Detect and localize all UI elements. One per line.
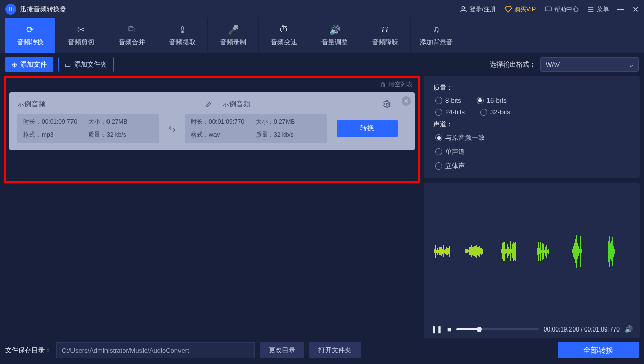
trash-icon: 🗑 [380, 81, 386, 88]
refresh-icon: ⟳ [26, 24, 34, 35]
volume-button[interactable]: 🔊 [625, 325, 633, 333]
radio-channel-same[interactable]: 与原音频一致 [435, 133, 631, 142]
add-folder-button[interactable]: ▭ 添加文件夹 [58, 57, 114, 72]
plus-circle-icon: ⊕ [12, 61, 17, 69]
tab-audio-convert[interactable]: ⟳ 音频转换 [5, 18, 56, 53]
buy-vip-link[interactable]: 购买VIP [504, 5, 536, 14]
radio-8bits[interactable]: 8-bits [435, 96, 461, 104]
menu-label: 菜单 [597, 5, 609, 14]
tab-label: 音频合并 [119, 38, 145, 47]
swap-icon: ⇆ [159, 124, 185, 134]
dest-info: 时长：00:01:09:770 大小：0.27MB 格式：wav 质量：32 k… [185, 114, 327, 143]
tab-label: 音频剪切 [68, 38, 94, 47]
help-label: 帮助中心 [554, 5, 579, 14]
close-icon: ✕ [404, 97, 409, 105]
merge-icon: ⧉ [128, 24, 135, 35]
login-link[interactable]: 登录/注册 [459, 5, 495, 14]
chat-icon [544, 5, 552, 13]
tab-audio-extract[interactable]: ⇪ 音频提取 [157, 18, 208, 53]
stop-button[interactable]: ■ [447, 325, 451, 333]
tab-audio-merge[interactable]: ⧉ 音频合并 [106, 18, 157, 53]
pause-button[interactable]: ❚❚ [431, 325, 442, 333]
toolbar-tabs: ⟳ 音频转换 ✂ 音频剪切 ⧉ 音频合并 ⇪ 音频提取 🎤 音频录制 ⏱ 音频变… [0, 18, 644, 53]
tab-label: 音频提取 [169, 38, 196, 47]
user-icon [459, 5, 468, 13]
menu-icon [587, 5, 595, 13]
menu-button[interactable]: 菜单 [587, 5, 609, 14]
file-list-panel: 🗑 清空列表 ✕ 示例音频 示例音频 [4, 76, 420, 183]
diamond-icon [504, 5, 512, 13]
tab-volume[interactable]: 🔊 音量调整 [309, 18, 360, 53]
tab-label: 音频转换 [17, 38, 44, 47]
clear-list-label: 清空列表 [388, 80, 413, 89]
tab-label: 添加背景音 [420, 38, 453, 47]
tab-noise-reduce[interactable]: ៖៖ 音频降噪 [360, 18, 411, 53]
dest-title: 示例音频 [222, 100, 251, 109]
radio-32bits[interactable]: 32-bits [480, 108, 510, 116]
volume-icon: 🔊 [329, 24, 340, 35]
close-window-button[interactable]: ✕ [632, 5, 639, 14]
folder-icon: ▭ [65, 61, 71, 69]
playback-time: 00:00:19.200 / 00:01:09:770 [544, 326, 620, 333]
minimize-button[interactable] [617, 9, 624, 10]
convert-label: 转换 [360, 124, 374, 133]
quality-label: 质量： [433, 83, 631, 92]
radio-channel-stereo[interactable]: 立体声 [435, 161, 631, 171]
gauge-icon: ⏱ [279, 24, 289, 35]
progress-bar[interactable] [456, 328, 539, 330]
close-icon: ✕ [632, 5, 639, 14]
edit-icon[interactable] [205, 100, 213, 108]
source-info: 时长：00:01:09:770 大小：0.27MB 格式：mp3 质量：32 k… [17, 114, 159, 143]
svg-rect-1 [545, 7, 551, 11]
action-bar: ⊕ 添加文件 ▭ 添加文件夹 选择输出格式： WAV ⌵ [0, 53, 644, 76]
app-logo: ıllı [5, 4, 16, 15]
convert-item-button[interactable]: 转换 [337, 120, 398, 137]
file-item-card: ✕ 示例音频 示例音频 时长：00:01:09:770 大 [9, 92, 415, 150]
radio-16bits[interactable]: 16-bits [477, 96, 507, 104]
source-title: 示例音频 [17, 100, 46, 109]
waveform-preview: ❚❚ ■ 00:00:19.200 / 00:01:09:770 🔊 [424, 183, 640, 338]
convert-all-button[interactable]: 全部转换 [558, 342, 639, 358]
playback-controls: ❚❚ ■ 00:00:19.200 / 00:01:09:770 🔊 [424, 320, 640, 338]
progress-fill [456, 328, 479, 330]
mic-icon: 🎤 [228, 24, 239, 35]
open-folder-button[interactable]: 打开文件夹 [309, 342, 361, 358]
svg-point-0 [462, 7, 465, 9]
format-value: WAV [546, 61, 560, 69]
tab-background-music[interactable]: ♫ 添加背景音 [411, 18, 461, 53]
login-label: 登录/注册 [470, 5, 495, 14]
titlebar: ıllı 迅捷音频转换器 登录/注册 购买VIP 帮助中心 菜单 [0, 0, 644, 18]
radio-channel-mono[interactable]: 单声道 [435, 147, 631, 156]
settings-icon[interactable] [383, 100, 391, 108]
add-file-label: 添加文件 [20, 60, 47, 69]
progress-thumb[interactable] [477, 327, 482, 332]
app-title: 迅捷音频转换器 [20, 5, 66, 14]
scissors-icon: ✂ [77, 24, 85, 35]
music-icon: ♫ [433, 24, 440, 35]
chevron-down-icon: ⌵ [629, 61, 633, 69]
minus-icon [617, 9, 624, 10]
tab-label: 音量调整 [321, 38, 348, 47]
remove-item-button[interactable]: ✕ [402, 96, 411, 106]
equalizer-icon: ៖៖ [381, 24, 389, 35]
change-dir-button[interactable]: 更改目录 [260, 342, 304, 358]
footer: 文件保存目录： C:/Users/Administrator/Music/Aud… [0, 338, 644, 362]
format-label: 选择输出格式： [490, 60, 536, 69]
waveform-bars [434, 206, 630, 297]
tab-audio-speed[interactable]: ⏱ 音频变速 [259, 18, 309, 53]
save-dir-path[interactable]: C:/Users/Administrator/Music/AudioConver… [56, 342, 255, 358]
tab-audio-record[interactable]: 🎤 音频录制 [208, 18, 259, 53]
radio-24bits[interactable]: 24-bits [435, 108, 465, 116]
vip-label: 购买VIP [514, 5, 536, 14]
save-dir-label: 文件保存目录： [5, 346, 51, 355]
output-format-select[interactable]: WAV ⌵ [540, 57, 639, 72]
tab-audio-cut[interactable]: ✂ 音频剪切 [56, 18, 106, 53]
add-folder-label: 添加文件夹 [74, 60, 107, 69]
help-link[interactable]: 帮助中心 [544, 5, 579, 14]
clear-list-button[interactable]: 🗑 清空列表 [380, 80, 413, 89]
add-file-button[interactable]: ⊕ 添加文件 [5, 57, 53, 72]
tab-label: 音频录制 [220, 38, 246, 47]
upload-icon: ⇪ [178, 24, 186, 35]
channel-label: 声道： [433, 120, 631, 129]
tab-label: 音频降噪 [372, 38, 399, 47]
